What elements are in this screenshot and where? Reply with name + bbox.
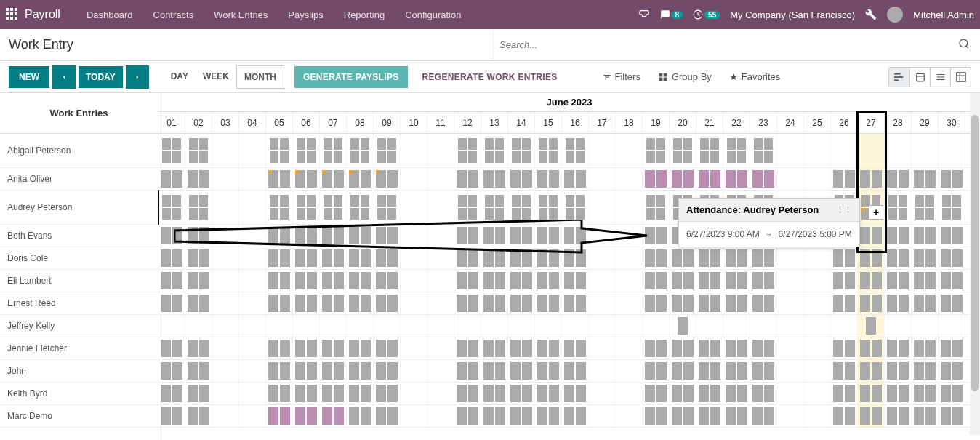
gantt-cell[interactable] bbox=[158, 315, 185, 337]
gantt-cell[interactable] bbox=[158, 383, 185, 404]
gantt-cell[interactable] bbox=[616, 315, 643, 337]
employee-row-label[interactable]: Doris Cole bbox=[0, 247, 158, 270]
gantt-cell[interactable] bbox=[912, 315, 939, 337]
gantt-cell[interactable] bbox=[939, 270, 965, 292]
gantt-cell[interactable] bbox=[562, 383, 589, 404]
gantt-cell[interactable] bbox=[266, 270, 293, 292]
gantt-cell[interactable] bbox=[804, 168, 831, 190]
employee-row-label[interactable]: Keith Byrd bbox=[0, 383, 158, 405]
favorites-menu[interactable]: Favorites bbox=[729, 71, 780, 82]
gantt-cell[interactable] bbox=[239, 270, 266, 292]
gantt-cell[interactable] bbox=[616, 225, 643, 247]
gantt-cell[interactable] bbox=[266, 292, 293, 314]
gantt-cell[interactable] bbox=[239, 337, 266, 359]
gantt-cell[interactable] bbox=[401, 168, 427, 190]
gantt-cell[interactable] bbox=[750, 360, 777, 382]
gantt-cell[interactable] bbox=[670, 134, 696, 167]
gantt-cell[interactable] bbox=[750, 383, 777, 404]
add-entry-button[interactable]: + bbox=[869, 205, 883, 220]
gantt-cell[interactable] bbox=[454, 247, 481, 269]
gantt-cell[interactable] bbox=[885, 168, 912, 190]
gantt-cell[interactable] bbox=[616, 337, 643, 359]
gantt-cell[interactable] bbox=[535, 168, 562, 190]
gantt-cell[interactable] bbox=[831, 405, 858, 427]
gantt-cell[interactable] bbox=[347, 191, 374, 224]
gantt-cell[interactable] bbox=[858, 247, 885, 269]
gantt-cell[interactable] bbox=[481, 315, 508, 337]
gantt-cell[interactable] bbox=[401, 225, 427, 247]
gantt-cell[interactable] bbox=[643, 315, 670, 337]
gantt-cell[interactable] bbox=[320, 191, 347, 224]
gantt-cell[interactable] bbox=[831, 247, 858, 269]
gantt-cell[interactable] bbox=[750, 337, 777, 359]
gantt-cell[interactable] bbox=[508, 405, 535, 427]
gantt-cell[interactable] bbox=[401, 292, 427, 314]
gantt-cell[interactable] bbox=[670, 270, 696, 292]
gantt-cell[interactable] bbox=[293, 337, 320, 359]
gantt-cell[interactable] bbox=[589, 315, 616, 337]
gantt-cell[interactable] bbox=[831, 337, 858, 359]
gantt-cell[interactable] bbox=[912, 225, 939, 247]
gantt-cell[interactable] bbox=[212, 337, 239, 359]
gantt-cell[interactable] bbox=[535, 337, 562, 359]
gantt-cell[interactable] bbox=[750, 270, 777, 292]
gantt-cell[interactable] bbox=[643, 337, 670, 359]
gantt-cell[interactable] bbox=[589, 292, 616, 314]
gantt-cell[interactable] bbox=[374, 383, 401, 404]
gantt-cell[interactable] bbox=[427, 270, 454, 292]
gantt-cell[interactable] bbox=[589, 168, 616, 190]
gantt-cell[interactable] bbox=[185, 168, 212, 190]
employee-row-label[interactable]: Anita Oliver bbox=[0, 168, 158, 191]
gantt-cell[interactable] bbox=[266, 134, 293, 167]
gantt-cell[interactable] bbox=[508, 168, 535, 190]
gantt-cell[interactable] bbox=[643, 134, 670, 167]
gantt-cell[interactable] bbox=[589, 134, 616, 167]
gantt-cell[interactable] bbox=[401, 270, 427, 292]
gantt-cell[interactable] bbox=[320, 270, 347, 292]
gantt-cell[interactable] bbox=[535, 405, 562, 427]
avatar[interactable] bbox=[887, 7, 903, 23]
gantt-cell[interactable] bbox=[347, 405, 374, 427]
gantt-row[interactable] bbox=[158, 134, 980, 168]
gantt-cell[interactable] bbox=[320, 315, 347, 337]
gantt-cell[interactable] bbox=[212, 360, 239, 382]
gantt-cell[interactable] bbox=[158, 191, 185, 224]
gantt-cell[interactable] bbox=[212, 247, 239, 269]
gantt-cell[interactable] bbox=[266, 191, 293, 224]
gantt-cell[interactable] bbox=[723, 337, 750, 359]
gantt-cell[interactable] bbox=[374, 134, 401, 167]
gantt-cell[interactable] bbox=[696, 134, 723, 167]
gantt-cell[interactable] bbox=[562, 191, 589, 224]
gantt-cell[interactable] bbox=[239, 383, 266, 404]
nav-configuration[interactable]: Configuration bbox=[396, 5, 470, 25]
gantt-cell[interactable] bbox=[293, 383, 320, 404]
gantt-cell[interactable] bbox=[804, 270, 831, 292]
gantt-cell[interactable] bbox=[723, 270, 750, 292]
gantt-cell[interactable] bbox=[777, 360, 804, 382]
gantt-cell[interactable] bbox=[293, 191, 320, 224]
gantt-cell[interactable] bbox=[481, 191, 508, 224]
gantt-cell[interactable] bbox=[185, 405, 212, 427]
gantt-cell[interactable] bbox=[158, 247, 185, 269]
gantt-cell[interactable] bbox=[293, 360, 320, 382]
gantt-cell[interactable] bbox=[939, 292, 965, 314]
gantt-cell[interactable] bbox=[508, 383, 535, 404]
employee-row-label[interactable]: Jennie Fletcher bbox=[0, 337, 158, 360]
gantt-cell[interactable] bbox=[266, 337, 293, 359]
gantt-cell[interactable] bbox=[939, 168, 965, 190]
today-button[interactable]: TODAY bbox=[79, 66, 123, 88]
gantt-cell[interactable] bbox=[670, 360, 696, 382]
view-calendar-icon[interactable] bbox=[909, 68, 930, 87]
gantt-cell[interactable] bbox=[912, 292, 939, 314]
view-month[interactable]: MONTH bbox=[236, 65, 284, 89]
gantt-cell[interactable] bbox=[293, 270, 320, 292]
gantt-cell[interactable] bbox=[858, 405, 885, 427]
gantt-cell[interactable] bbox=[562, 134, 589, 167]
gantt-cell[interactable] bbox=[293, 315, 320, 337]
gantt-cell[interactable] bbox=[347, 134, 374, 167]
gantt-cell[interactable] bbox=[374, 247, 401, 269]
gantt-cell[interactable] bbox=[508, 360, 535, 382]
gantt-cell[interactable] bbox=[804, 337, 831, 359]
gantt-cell[interactable] bbox=[481, 405, 508, 427]
employee-row-label[interactable]: Marc Demo bbox=[0, 405, 158, 428]
